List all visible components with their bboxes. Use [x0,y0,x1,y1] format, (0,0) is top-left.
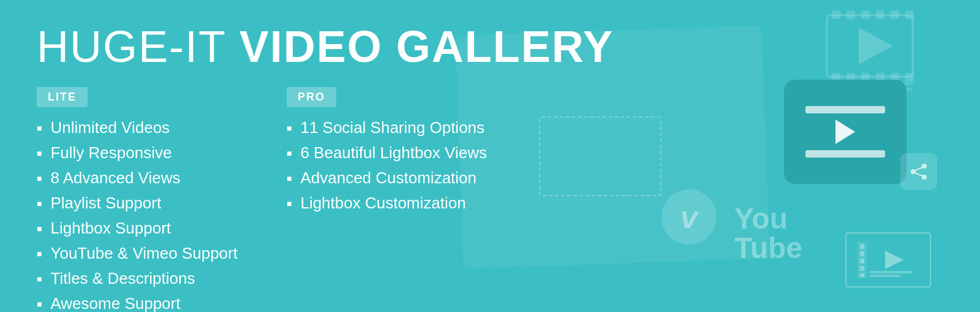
svg-rect-24 [860,259,864,264]
list-item: Lightbox Customization [287,194,487,213]
svg-line-20 [915,173,922,176]
list-item: Playlist Support [37,194,238,213]
play-box-top-lines [805,106,885,113]
small-video-thumbnail [845,232,931,287]
lite-badge: LITE [37,87,88,107]
list-item: Lightbox Support [37,219,238,238]
list-item: Advanced Customization [287,169,487,188]
svg-rect-3 [861,10,870,19]
share-icon [900,153,937,190]
svg-rect-5 [891,10,899,19]
main-play-icon [784,80,907,184]
svg-rect-2 [846,10,855,19]
youtube-icon: You Tube [734,204,802,263]
list-item: 6 Beautiful Lightbox Views [287,143,487,162]
svg-rect-26 [860,273,864,277]
svg-rect-22 [860,244,864,249]
vimeo-icon: v [662,189,717,245]
lite-column: LITE Unlimited Videos Fully Responsive 8… [37,87,238,312]
svg-rect-29 [870,275,900,277]
bg-dotted-rect [539,116,662,196]
svg-line-19 [915,167,922,170]
banner: v You Tube [0,0,980,312]
list-item: Awesome Support [37,294,238,312]
pro-feature-list: 11 Social Sharing Options 6 Beautiful Li… [287,118,487,213]
pro-badge: PRO [287,87,336,107]
play-triangle-icon [835,120,855,144]
svg-rect-1 [832,10,840,19]
svg-rect-6 [905,10,914,19]
svg-rect-25 [860,266,864,271]
pro-column: PRO 11 Social Sharing Options 6 Beautifu… [287,87,487,312]
lite-feature-list: Unlimited Videos Fully Responsive 8 Adva… [37,118,238,312]
list-item: Unlimited Videos [37,118,238,137]
list-item: 11 Social Sharing Options [287,118,487,137]
list-item: YouTube & Vimeo Support [37,244,238,263]
youtube-line1: You [734,204,802,234]
svg-marker-27 [885,251,903,269]
play-box-bottom-lines [805,150,885,158]
svg-rect-4 [876,10,884,19]
svg-rect-28 [870,271,913,273]
svg-rect-12 [905,73,914,82]
title-part1: HUGE-IT [37,22,239,71]
youtube-line2: Tube [734,234,802,263]
svg-rect-23 [860,251,864,256]
list-item: Fully Responsive [37,143,238,162]
svg-marker-13 [859,28,893,64]
list-item: Titles & Descriptions [37,269,238,288]
list-item: 8 Advanced Views [37,169,238,188]
